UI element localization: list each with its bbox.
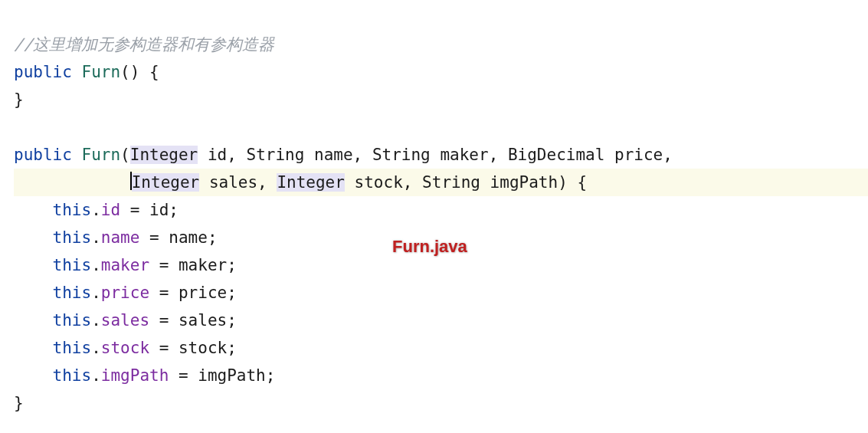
field-stock: stock bbox=[101, 339, 149, 357]
keyword-this: this bbox=[53, 228, 92, 247]
param-price: price bbox=[614, 146, 663, 164]
code-line bbox=[14, 118, 24, 136]
keyword-public: public bbox=[14, 63, 72, 81]
param-imgpath: imgPath bbox=[490, 173, 558, 192]
field-price: price bbox=[101, 284, 149, 302]
type-string: String bbox=[422, 173, 480, 192]
code-line: this.maker = maker; bbox=[14, 256, 237, 274]
field-id: id bbox=[101, 201, 120, 219]
type-integer: Integer bbox=[277, 173, 345, 192]
keyword-this: this bbox=[53, 284, 92, 302]
param-sales: sales bbox=[209, 173, 257, 192]
field-sales: sales bbox=[101, 311, 149, 330]
keyword-this: this bbox=[53, 311, 92, 330]
keyword-this: this bbox=[53, 201, 92, 219]
code-line: this.id = id; bbox=[14, 201, 179, 219]
code-line: } bbox=[14, 394, 24, 412]
type-string: String bbox=[247, 146, 305, 164]
code-line: //这里增加无参构造器和有参构造器 bbox=[14, 35, 274, 54]
ctor-name: Furn bbox=[82, 146, 121, 164]
field-maker: maker bbox=[101, 256, 149, 274]
param-name: name bbox=[314, 146, 353, 164]
code-line: this.name = name; bbox=[14, 228, 218, 247]
param-maker: maker bbox=[440, 146, 488, 164]
code-line: } bbox=[14, 90, 24, 109]
comment-text: //这里增加无参构造器和有参构造器 bbox=[14, 35, 274, 54]
code-line: this.stock = stock; bbox=[14, 339, 237, 357]
var-stock: stock bbox=[179, 339, 227, 357]
var-maker: maker bbox=[179, 256, 227, 274]
keyword-this: this bbox=[53, 339, 92, 357]
var-name: name bbox=[169, 228, 208, 247]
code-line: this.price = price; bbox=[14, 284, 237, 302]
param-id: id bbox=[208, 146, 227, 164]
var-id: id bbox=[149, 201, 169, 219]
var-price: price bbox=[179, 284, 227, 302]
ctor-name: Furn bbox=[82, 63, 121, 81]
param-stock: stock bbox=[355, 173, 403, 192]
code-line: public Furn() { bbox=[14, 63, 159, 81]
type-integer: Integer bbox=[132, 173, 200, 192]
type-bigdecimal: BigDecimal bbox=[508, 146, 604, 164]
var-imgpath: imgPath bbox=[198, 366, 266, 385]
filename-badge: Furn.java bbox=[392, 233, 467, 261]
code-line: public Furn(Integer id, String name, Str… bbox=[14, 146, 673, 164]
type-string: String bbox=[372, 146, 431, 164]
field-imgpath: imgPath bbox=[101, 366, 169, 385]
field-name: name bbox=[101, 228, 140, 247]
keyword-this: this bbox=[53, 256, 92, 274]
code-editor[interactable]: //这里增加无参构造器和有参构造器 public Furn() { } publ… bbox=[0, 0, 868, 433]
type-integer: Integer bbox=[130, 146, 198, 164]
keyword-this: this bbox=[53, 366, 92, 385]
code-line-cursor: Integer sales, Integer stock, String img… bbox=[14, 169, 868, 196]
code-line: this.imgPath = imgPath; bbox=[14, 366, 275, 385]
code-line: this.sales = sales; bbox=[14, 311, 237, 330]
var-sales: sales bbox=[179, 311, 227, 330]
keyword-public: public bbox=[14, 146, 72, 164]
